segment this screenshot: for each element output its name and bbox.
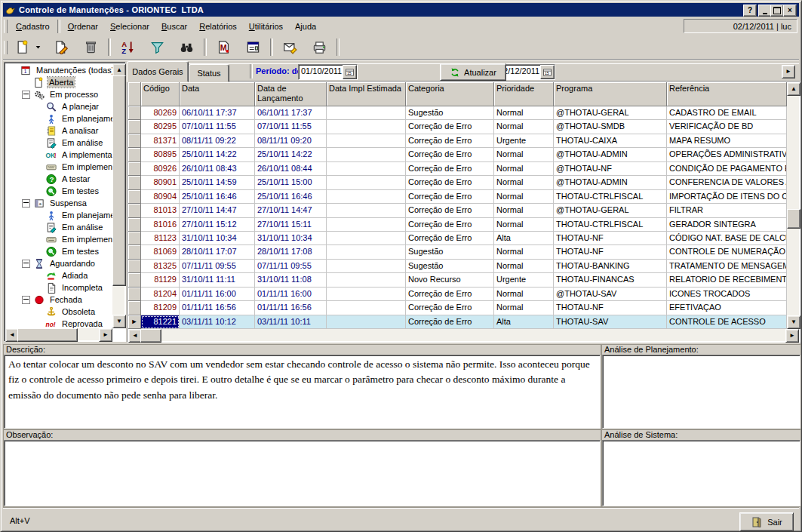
analise-sistema-memo[interactable]: [602, 440, 800, 506]
cell-referencia[interactable]: MAPA RESUMO: [667, 134, 787, 148]
cell-codigo[interactable]: 80895: [141, 148, 180, 161]
cell-programa[interactable]: THOTAU-SAV: [554, 315, 667, 329]
scroll-up-button[interactable]: ▲: [787, 82, 800, 96]
atualizar-button[interactable]: Atualizar: [440, 63, 506, 81]
cell-impl[interactable]: [327, 204, 406, 217]
cell-programa[interactable]: THOTAU-CAIXA: [554, 134, 667, 148]
row-selector[interactable]: [128, 232, 141, 245]
cell-categoria[interactable]: Correção de Erro: [406, 190, 494, 204]
cell-programa[interactable]: @THOTAU-GERAL: [554, 106, 667, 120]
collapse-toggle[interactable]: [22, 296, 30, 304]
cell-codigo[interactable]: 81129: [141, 273, 180, 287]
cell-lancamento[interactable]: 01/11/11 16:00: [255, 288, 327, 301]
cell-impl[interactable]: [327, 134, 406, 148]
collapse-toggle[interactable]: [22, 260, 30, 268]
period-from-field[interactable]: 01/10/2011 15: [298, 64, 358, 80]
cell-prioridade[interactable]: Urgente: [494, 134, 554, 148]
column-header-data[interactable]: Data: [180, 82, 255, 106]
toolbar-sort-button[interactable]: AZ: [115, 37, 140, 58]
cell-data[interactable]: 25/10/11 14:59: [180, 176, 255, 189]
cell-lancamento[interactable]: 25/10/11 14:22: [255, 148, 327, 161]
tree-item-manutencoes-todas[interactable]: 1Manutenções (todas): [6, 64, 112, 76]
period-from-value[interactable]: 01/10/2011: [299, 65, 343, 79]
tab-dados-gerais[interactable]: Dados Gerais: [127, 61, 189, 82]
cell-categoria[interactable]: Correção de Erro: [406, 218, 494, 232]
cell-lancamento[interactable]: 31/10/11 11:08: [255, 273, 327, 287]
cell-lancamento[interactable]: 28/10/11 17:08: [255, 245, 327, 259]
cell-referencia[interactable]: CONTROLE DE NUMERAÇÃO: [667, 245, 787, 259]
scroll-thumb[interactable]: [787, 209, 800, 229]
cell-categoria[interactable]: Correção de Erro: [406, 288, 494, 301]
row-selector[interactable]: ►: [128, 315, 141, 329]
cell-lancamento[interactable]: 01/11/11 16:56: [255, 301, 327, 315]
cell-categoria[interactable]: Correção de Erro: [406, 232, 494, 245]
cell-impl[interactable]: [327, 190, 406, 204]
cell-data[interactable]: 25/10/11 16:46: [180, 190, 255, 204]
toolbar-new-button[interactable]: [10, 37, 34, 58]
menu-ajuda[interactable]: Ajuda: [289, 20, 322, 34]
menu-utilitarios[interactable]: Utilitários: [243, 20, 289, 34]
cell-programa[interactable]: @THOTAU-ADMIN: [554, 148, 667, 161]
cell-lancamento[interactable]: 31/10/11 10:34: [255, 232, 327, 245]
cell-programa[interactable]: THOTAU-NF: [554, 232, 667, 245]
cell-data[interactable]: 25/10/11 14:22: [180, 148, 255, 161]
cell-prioridade[interactable]: Normal: [494, 162, 554, 176]
cell-categoria[interactable]: Correção de Erro: [406, 315, 494, 329]
row-selector[interactable]: [128, 176, 141, 189]
cell-codigo[interactable]: 80904: [141, 190, 180, 204]
calendar-picker-button[interactable]: 15: [343, 65, 357, 79]
tree-item-em-testes[interactable]: Em testes: [6, 245, 112, 257]
cell-lancamento[interactable]: 26/10/11 08:44: [255, 162, 327, 176]
cell-programa[interactable]: THOTAU-BANKING: [554, 260, 667, 273]
cell-prioridade[interactable]: Normal: [494, 148, 554, 161]
cell-codigo[interactable]: 80269: [141, 106, 180, 120]
column-header-codigo[interactable]: Código: [141, 82, 180, 106]
cell-categoria[interactable]: Correção de Erro: [406, 134, 494, 148]
tree-item-em-analise[interactable]: Em análise: [6, 137, 112, 149]
cell-referencia[interactable]: CONDIÇÃO DE PAGAMENTO E E: [667, 162, 787, 176]
cell-data[interactable]: 28/10/11 17:07: [180, 245, 255, 259]
cell-data[interactable]: 27/10/11 15:12: [180, 218, 255, 232]
tree-item-a-analisar[interactable]: A analisar: [6, 125, 112, 137]
cell-lancamento[interactable]: 06/10/11 17:37: [255, 106, 327, 120]
cell-referencia[interactable]: EFETIVAÇAO: [667, 301, 787, 315]
cell-impl[interactable]: [327, 218, 406, 232]
row-selector[interactable]: [128, 106, 141, 120]
cell-referencia[interactable]: RELATORIO DE RECEBIMENTO F: [667, 273, 787, 287]
row-selector[interactable]: [128, 148, 141, 161]
cell-prioridade[interactable]: Urgente: [494, 273, 554, 287]
scroll-down-button[interactable]: ▼: [787, 315, 800, 329]
cell-prioridade[interactable]: Normal: [494, 190, 554, 204]
toolbar-filter-button[interactable]: [145, 37, 169, 58]
cell-referencia[interactable]: ICONES TROCADOS: [667, 288, 787, 301]
cell-referencia[interactable]: CADASTRO DE EMAIL: [667, 106, 787, 120]
cell-codigo[interactable]: 81371: [141, 134, 180, 148]
row-selector[interactable]: [128, 301, 141, 315]
row-selector[interactable]: [128, 120, 141, 134]
cell-data[interactable]: 26/10/11 08:43: [180, 162, 255, 176]
cell-impl[interactable]: [327, 148, 406, 161]
tree-item-reprovada[interactable]: no!Reprovada: [6, 318, 112, 328]
toolbar-new-options-button[interactable]: [32, 37, 44, 58]
cell-data[interactable]: 01/11/11 16:56: [180, 301, 255, 315]
menu-selecionar[interactable]: Selecionar: [104, 20, 155, 34]
cell-programa[interactable]: THOTAU-FINANCAS: [554, 273, 667, 287]
toolbar-search-button[interactable]: [174, 37, 198, 58]
cell-impl[interactable]: [327, 301, 406, 315]
cell-data[interactable]: 06/10/11 17:37: [180, 106, 255, 120]
cell-programa[interactable]: THOTAU-CTRLFISCAL: [554, 218, 667, 232]
cell-lancamento[interactable]: 08/11/11 09:20: [255, 134, 327, 148]
cell-lancamento[interactable]: 27/10/11 14:47: [255, 204, 327, 217]
tree-item-adiada[interactable]: Adiada: [6, 269, 112, 281]
cell-categoria[interactable]: Correção de Erro: [406, 120, 494, 134]
cell-impl[interactable]: [327, 120, 406, 134]
cell-categoria[interactable]: Correção de Erro: [406, 176, 494, 189]
cell-codigo[interactable]: 80901: [141, 176, 180, 189]
cell-lancamento[interactable]: 25/10/11 15:00: [255, 176, 327, 189]
cell-categoria[interactable]: Correção de Erro: [406, 301, 494, 315]
scroll-right-button[interactable]: ►: [785, 329, 799, 343]
row-selector[interactable]: [128, 273, 141, 287]
column-header-data-de-lancamento[interactable]: Data de Lançamento: [255, 82, 327, 106]
analise-planejamento-memo[interactable]: [602, 355, 800, 429]
cell-data[interactable]: 08/11/11 09:22: [180, 134, 255, 148]
